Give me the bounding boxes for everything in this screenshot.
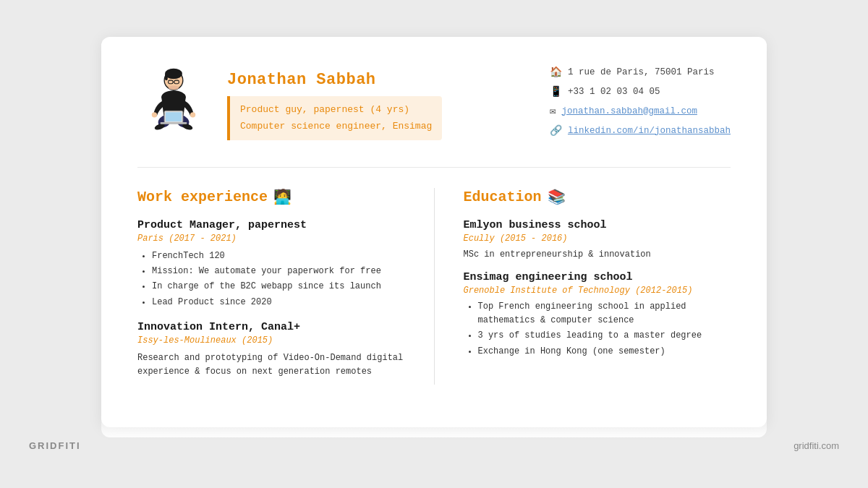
work-emoji: 🧑‍💻: [273, 188, 292, 206]
header-section: Jonathan Sabbah Product guy, papernest (…: [137, 66, 731, 168]
edu-section-title: Education 📚: [464, 188, 731, 206]
education-column: Education 📚 Emlyon business school Ecull…: [464, 188, 731, 385]
address-text: 1 rue de Paris, 75001 Paris: [568, 67, 715, 77]
email-icon: ✉️: [550, 105, 556, 117]
school-name-2: Ensimag engineering school: [464, 271, 731, 283]
email-text[interactable]: jonathan.sabbah@gmail.com: [561, 106, 697, 116]
edu-emoji: 📚: [548, 188, 566, 206]
footer-bar: GRIDFITI gridfiti.com: [0, 433, 868, 451]
bullet-item: Lead Product since 2020: [152, 296, 405, 309]
school-location-2: Grenoble Institute of Technology (2012-2…: [464, 286, 731, 296]
edu-title-text: Education: [464, 189, 542, 205]
bullet-item: In charge of the B2C webapp since its la…: [152, 280, 405, 294]
svg-point-10: [190, 112, 195, 117]
edu-bullet-item: Exchange in Hong Kong (one semester): [478, 345, 731, 359]
linkedin-icon: 🔗: [550, 124, 562, 137]
resume-card: Jonathan Sabbah Product guy, papernest (…: [101, 37, 767, 427]
bullet-item: Mission: We automate your paperwork for …: [152, 265, 405, 278]
bullet-item: FrenchTech 120: [152, 249, 405, 263]
page-background: Jonathan Sabbah Product guy, papernest (…: [0, 0, 868, 488]
header-left: Jonathan Sabbah Product guy, papernest (…: [137, 66, 442, 145]
contact-address: 🏠 1 rue de Paris, 75001 Paris: [550, 66, 715, 78]
job-description-2: Research and prototyping of Video-On-Dem…: [137, 351, 405, 379]
svg-rect-13: [166, 112, 182, 121]
address-icon: 🏠: [550, 66, 562, 78]
linkedin-text[interactable]: linkedin.com/in/jonathansabbah: [568, 126, 731, 136]
contact-linkedin: 🔗 linkedin.com/in/jonathansabbah: [550, 124, 731, 137]
job-title-1: Product Manager, papernest: [137, 219, 405, 231]
svg-rect-12: [161, 122, 187, 124]
job-location-2: Issy-les-Moulineaux (2015): [137, 335, 405, 346]
svg-point-9: [152, 112, 157, 117]
work-section-title: Work experience 🧑‍💻: [137, 188, 405, 206]
edu-bullets-2: Top French engineering school in applied…: [464, 300, 731, 359]
work-title-text: Work experience: [137, 189, 268, 205]
edu-entry-2: Ensimag engineering school Grenoble Inst…: [464, 271, 731, 359]
job-entry-2: Innovation Intern, Canal+ Issy-les-Mouli…: [137, 321, 405, 379]
school-location-1: Ecully (2015 - 2016): [464, 234, 731, 244]
work-experience-column: Work experience 🧑‍💻 Product Manager, pap…: [137, 188, 405, 385]
column-divider: [434, 188, 435, 385]
brand-left: GRIDFITI: [29, 440, 81, 451]
contact-area: 🏠 1 rue de Paris, 75001 Paris 📱 +33 1 02…: [550, 66, 731, 137]
job-bullets-1: FrenchTech 120 Mission: We automate your…: [137, 249, 405, 309]
tagline-text: Product guy, papernest (4 yrs) Computer …: [240, 102, 432, 134]
edu-bullet-item: 3 yrs of studies leading to a master deg…: [478, 329, 731, 343]
brand-right: gridfiti.com: [793, 440, 839, 451]
contact-email: ✉️ jonathan.sabbah@gmail.com: [550, 105, 697, 117]
school-degree-1: MSc in entrepreneurship & innovation: [464, 248, 731, 261]
job-entry-1: Product Manager, papernest Paris (2017 -…: [137, 219, 405, 309]
tagline-line2: Computer science engineer, Ensimag: [240, 121, 432, 132]
svg-rect-2: [165, 74, 168, 80]
job-location-1: Paris (2017 - 2021): [137, 234, 405, 244]
school-name-1: Emlyon business school: [464, 219, 731, 231]
edu-bullet-item: Top French engineering school in applied…: [478, 300, 731, 328]
svg-point-6: [169, 86, 179, 90]
name-area: Jonathan Sabbah Product guy, papernest (…: [227, 71, 442, 140]
job-title-2: Innovation Intern, Canal+: [137, 321, 405, 333]
tagline-box: Product guy, papernest (4 yrs) Computer …: [227, 96, 442, 140]
main-content: Work experience 🧑‍💻 Product Manager, pap…: [137, 168, 731, 385]
avatar: [137, 66, 210, 145]
phone-icon: 📱: [550, 85, 562, 98]
tagline-line1: Product guy, papernest (4 yrs): [240, 104, 409, 115]
person-name: Jonathan Sabbah: [227, 71, 442, 89]
phone-text: +33 1 02 03 04 05: [568, 87, 660, 97]
contact-phone: 📱 +33 1 02 03 04 05: [550, 85, 660, 98]
edu-entry-1: Emlyon business school Ecully (2015 - 20…: [464, 219, 731, 261]
